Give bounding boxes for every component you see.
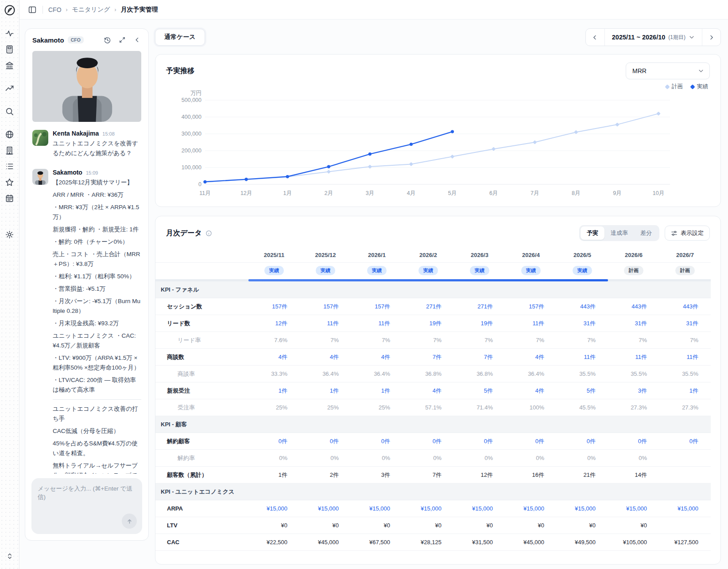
office-building-icon[interactable] [2, 143, 17, 158]
table-cell: 12件 [454, 471, 505, 479]
table-cell[interactable]: ¥15,000 [454, 505, 505, 512]
table-cell[interactable]: 157件 [505, 303, 557, 311]
legend-item-実績[interactable]: 実績 [691, 83, 708, 90]
message-text: CAC低減（分母を圧縮） [53, 426, 141, 436]
table-cell[interactable]: 0件 [403, 437, 454, 445]
message-text: ARR / MRR ・ARR: ¥36万 [53, 190, 141, 200]
table-cell[interactable]: ¥15,000 [248, 505, 300, 512]
table-cell[interactable]: 3件 [608, 387, 659, 395]
row-label: CAC [155, 539, 248, 546]
table-cell[interactable]: 1件 [351, 387, 403, 395]
legend-item-計画[interactable]: 計画 [666, 83, 683, 90]
table-cell[interactable]: ¥15,000 [505, 505, 557, 512]
globe-icon[interactable] [2, 127, 17, 142]
table-cell: 7% [351, 337, 403, 343]
table-cell[interactable]: 11件 [659, 353, 711, 361]
table-cell[interactable]: 157件 [248, 303, 300, 311]
chart-legend: 計画実績 [168, 83, 708, 90]
message-text: 無料トライアル→セルフサーブ化、顧客紹介インセンティブで“低コスト流入チャンネル… [53, 461, 141, 474]
activity-icon[interactable] [2, 26, 17, 41]
table-cell[interactable]: ¥15,000 [557, 505, 608, 512]
message-input[interactable]: メッセージを入力... (⌘+Enter で送信) [31, 478, 142, 534]
table-cell[interactable]: 11件 [505, 320, 557, 327]
table-cell[interactable]: 0件 [608, 437, 659, 445]
table-cell[interactable]: 443件 [557, 303, 608, 311]
message-text: ・LTV: ¥900万（ARPA ¥1.5万 × 粗利率50% ×想定寿命100… [53, 353, 141, 373]
next-period-button[interactable] [702, 29, 720, 46]
table-cell[interactable]: ¥15,000 [403, 505, 454, 512]
table-cell[interactable]: 4件 [351, 353, 403, 361]
table-cell[interactable]: 5件 [557, 387, 608, 395]
table-cell[interactable]: ¥15,000 [351, 505, 403, 512]
table-cell[interactable]: 443件 [608, 303, 659, 311]
message-meta: Kenta Nakajima15:08 [53, 130, 141, 137]
display-settings-button[interactable]: 表示設定 [665, 226, 710, 241]
table-cell[interactable]: 31件 [659, 320, 711, 327]
send-button[interactable] [122, 514, 137, 529]
table-cell[interactable]: 11件 [557, 353, 608, 361]
table-cell[interactable]: 31件 [557, 320, 608, 327]
table-cell[interactable]: 0件 [505, 437, 557, 445]
table-cell[interactable]: 0件 [351, 437, 403, 445]
table-cell[interactable]: 0件 [248, 437, 300, 445]
breadcrumb-item[interactable]: モニタリング [72, 6, 110, 14]
expand-icon[interactable] [116, 34, 128, 46]
table-cell[interactable]: 0件 [454, 437, 505, 445]
table-cell[interactable]: 157件 [300, 303, 351, 311]
table-cell[interactable]: 19件 [454, 320, 505, 327]
calendar-icon[interactable] [2, 191, 17, 206]
info-icon[interactable] [205, 230, 212, 237]
scenario-case-button[interactable]: 通常ケース [155, 29, 205, 46]
table-cell[interactable]: 271件 [403, 303, 454, 311]
list-icon[interactable] [2, 159, 17, 174]
table-cell: ¥0 [403, 522, 454, 529]
collapse-chevrons-icon[interactable] [2, 549, 17, 564]
row-label: 顧客数（累計） [155, 471, 248, 479]
table-cell[interactable]: 4件 [248, 353, 300, 361]
metric-select[interactable]: MRR [626, 62, 710, 79]
table-cell[interactable]: 31件 [608, 320, 659, 327]
table-cell[interactable]: 271件 [454, 303, 505, 311]
collapse-panel-chevron-icon[interactable] [132, 34, 143, 46]
table-cell[interactable]: ¥15,000 [608, 505, 659, 512]
table-cell[interactable]: 4件 [403, 387, 454, 395]
app-logo-icon[interactable] [4, 4, 15, 16]
tab-達成率[interactable]: 達成率 [604, 226, 634, 240]
table-cell[interactable]: 0件 [659, 437, 711, 445]
bank-icon[interactable] [2, 58, 17, 73]
tab-予実[interactable]: 予実 [581, 226, 604, 240]
table-cell[interactable]: 4件 [505, 387, 557, 395]
table-cell[interactable]: 11件 [300, 320, 351, 327]
history-icon[interactable] [101, 34, 113, 46]
table-cell[interactable]: 1件 [659, 387, 711, 395]
table-cell[interactable]: 11件 [351, 320, 403, 327]
panel-toggle-icon[interactable] [26, 3, 39, 16]
table-cell[interactable]: 7件 [403, 353, 454, 361]
tab-差分[interactable]: 差分 [634, 226, 658, 240]
calculator-icon[interactable] [2, 42, 17, 57]
table-cell[interactable]: ¥15,000 [300, 505, 351, 512]
table-cell[interactable]: 1件 [248, 387, 300, 395]
period-dropdown[interactable]: 2025/11 ~ 2026/10 (1期目) [604, 29, 702, 46]
table-cell[interactable]: 157件 [351, 303, 403, 311]
prev-period-button[interactable] [586, 29, 604, 46]
table-cell[interactable]: 11件 [608, 353, 659, 361]
search-icon[interactable] [2, 104, 17, 119]
table-cell: 7% [403, 337, 454, 343]
trending-up-icon[interactable] [2, 81, 17, 96]
table-cell[interactable]: 0件 [300, 437, 351, 445]
table-cell[interactable]: 19件 [403, 320, 454, 327]
table-cell[interactable]: 1件 [300, 387, 351, 395]
breadcrumb-item[interactable]: CFO [48, 6, 62, 13]
star-icon[interactable] [2, 175, 17, 190]
table-cell[interactable]: 443件 [659, 303, 711, 311]
table-cell[interactable]: 12件 [248, 320, 300, 327]
table-cell[interactable]: 5件 [454, 387, 505, 395]
table-cell[interactable]: 4件 [300, 353, 351, 361]
table-cell[interactable]: 7件 [454, 353, 505, 361]
settings-gear-icon[interactable] [2, 227, 17, 242]
table-cell[interactable]: 0件 [557, 437, 608, 445]
table-cell[interactable]: ¥15,000 [659, 505, 711, 512]
message-text: ユニットエコノミクス ・CAC: ¥4.5万／新規顧客 [53, 331, 141, 351]
table-cell[interactable]: 4件 [505, 353, 557, 361]
